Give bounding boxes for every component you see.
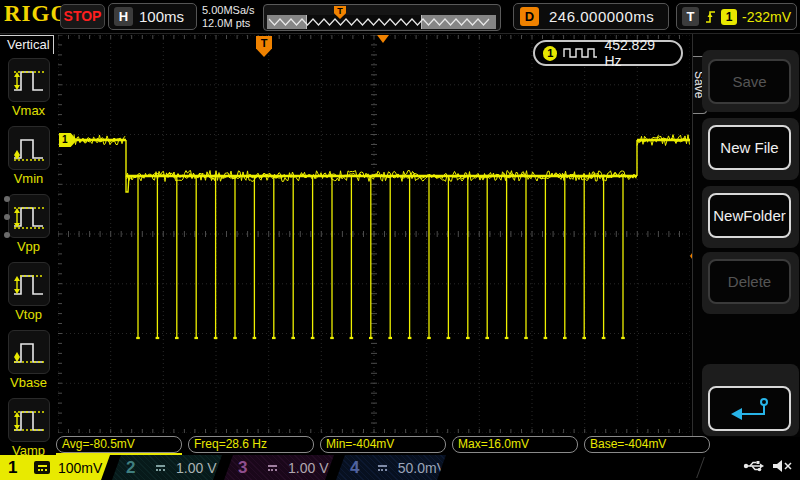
channel4-tab[interactable]: 4 50.0mV bbox=[336, 455, 446, 480]
page-indicator-dot bbox=[4, 232, 10, 238]
channel-scale: 50.0mV bbox=[398, 460, 446, 476]
vbase-icon bbox=[12, 336, 46, 368]
measurement-base[interactable]: Base=-404mV bbox=[584, 436, 710, 453]
speaker-muted-icon bbox=[771, 458, 792, 474]
channel3-tab[interactable]: 3 1.00 V bbox=[224, 455, 334, 480]
sidebar-item-label: Vpp bbox=[0, 239, 57, 254]
waveform-preview-strip[interactable]: T bbox=[263, 4, 501, 31]
trigger-delay-marker[interactable] bbox=[377, 35, 389, 43]
horizontal-icon: H bbox=[114, 7, 133, 26]
sidebar-item-vamp[interactable]: Vamp bbox=[0, 398, 57, 458]
measurement-max[interactable]: Max=16.0mV bbox=[452, 436, 578, 453]
sidebar-item-vmax[interactable]: Vmax bbox=[0, 58, 57, 118]
channel-number: 1 bbox=[8, 458, 22, 478]
dc-coupling-icon bbox=[375, 461, 390, 474]
page-indicator-dot bbox=[4, 214, 10, 220]
graticule bbox=[58, 35, 690, 433]
vmin-icon bbox=[12, 132, 46, 164]
dc-coupling-icon bbox=[34, 461, 50, 474]
counter-source-badge: 1 bbox=[543, 46, 557, 61]
new-folder-button[interactable]: NewFolder bbox=[708, 193, 791, 238]
channel-scale: 1.00 V bbox=[176, 460, 216, 476]
usb-icon bbox=[743, 458, 765, 474]
channel2-tab[interactable]: 2 1.00 V bbox=[112, 455, 222, 480]
channel1-tab[interactable]: 1 100mV bbox=[0, 455, 110, 480]
vpp-icon bbox=[12, 200, 46, 232]
statusbar-divider bbox=[696, 457, 705, 478]
preview-waveform bbox=[267, 15, 496, 29]
sidebar-item-vtop[interactable]: Vtop bbox=[0, 262, 57, 322]
vtop-icon bbox=[12, 268, 46, 300]
channel-scale: 1.00 V bbox=[288, 460, 328, 476]
dc-coupling-icon bbox=[264, 461, 280, 474]
channel-scale: 100mV bbox=[58, 460, 102, 476]
measurement-min[interactable]: Min=-404mV bbox=[320, 436, 446, 453]
sidebar-item-vbase[interactable]: Vbase bbox=[0, 330, 57, 390]
sidebar-item-vpp[interactable]: Vpp bbox=[0, 194, 57, 254]
delay-value: 246.000000ms bbox=[549, 8, 654, 25]
oscilloscope-screen: RIGOL STOP H 100ms 5.00MSa/s 12.0M pts T… bbox=[0, 0, 800, 480]
memory-depth: 12.0M pts bbox=[202, 17, 255, 30]
counter-value: 452.829 Hz bbox=[604, 37, 673, 69]
trigger-icon: T bbox=[682, 7, 699, 26]
vamp-icon bbox=[12, 404, 46, 436]
channel-number: 4 bbox=[350, 458, 363, 478]
delete-button[interactable]: Delete bbox=[708, 259, 791, 304]
delay-icon: D bbox=[520, 7, 539, 26]
square-wave-icon bbox=[563, 46, 598, 60]
sidebar-item-label: Vmax bbox=[0, 103, 57, 118]
save-button[interactable]: Save bbox=[708, 59, 791, 104]
channel-bar: 1 100mV 2 1.00 V 3 1.00 V 4 50.0mV bbox=[0, 455, 800, 480]
sidebar-item-label: Vbase bbox=[0, 375, 57, 390]
measure-sidebar: Vertical Vmax Vmin Vpp Vtop Vbase Vamp bbox=[0, 34, 57, 437]
vmax-icon bbox=[12, 64, 46, 96]
measurement-avg[interactable]: Avg=-80.5mV bbox=[56, 436, 182, 453]
sidebar-item-label: Vtop bbox=[0, 307, 57, 322]
measurement-freq[interactable]: Freq=28.6 Hz bbox=[188, 436, 314, 453]
new-file-button[interactable]: New File bbox=[708, 125, 791, 170]
return-arrow-icon bbox=[728, 395, 772, 423]
trigger-level-value: -232mV bbox=[742, 9, 791, 25]
page-indicator-dot bbox=[4, 196, 10, 202]
channel-number: 3 bbox=[238, 458, 252, 478]
topbar-separator bbox=[0, 33, 800, 34]
trigger-info-box: T 1 -232mV bbox=[676, 3, 797, 30]
trigger-source-badge: 1 bbox=[721, 9, 737, 25]
delay-box: D 246.000000ms bbox=[513, 3, 669, 30]
run-state-badge[interactable]: STOP bbox=[60, 4, 105, 29]
back-button[interactable] bbox=[708, 386, 791, 431]
dc-coupling-icon bbox=[152, 461, 168, 474]
acquisition-info: 5.00MSa/s 12.0M pts bbox=[202, 4, 255, 30]
timebase-value: 100ms bbox=[139, 8, 184, 25]
sidebar-item-vmin[interactable]: Vmin bbox=[0, 126, 57, 186]
horizontal-timebase-box[interactable]: H 100ms bbox=[108, 3, 197, 30]
preview-band bbox=[267, 15, 496, 29]
sample-rate: 5.00MSa/s bbox=[202, 4, 255, 17]
sidebar-item-label: Vmin bbox=[0, 171, 57, 186]
channel-number: 2 bbox=[126, 458, 140, 478]
rising-edge-icon bbox=[704, 9, 716, 25]
frequency-counter: 1 452.829 Hz bbox=[533, 40, 683, 66]
sidebar-title: Vertical bbox=[7, 37, 50, 52]
